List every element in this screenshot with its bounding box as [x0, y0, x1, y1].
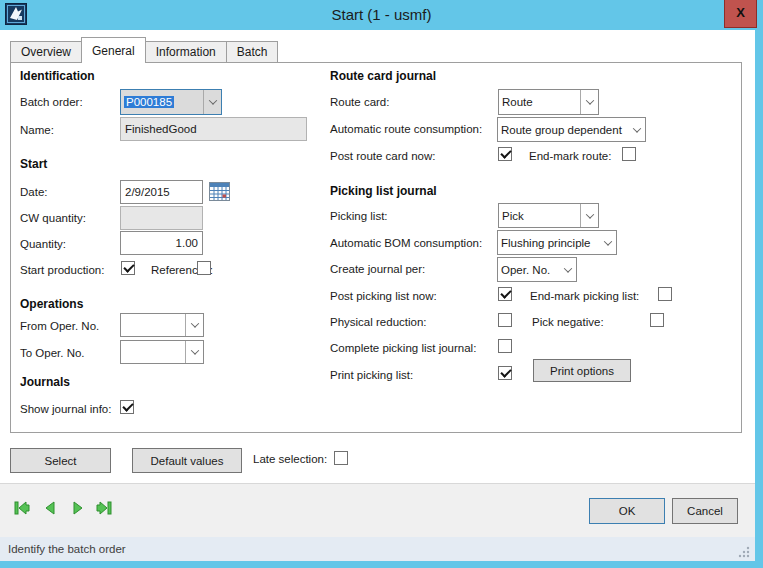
status-bar: Identify the batch order — [0, 537, 755, 561]
resize-grip[interactable] — [737, 545, 751, 559]
complete-picking-list-checkbox[interactable] — [498, 339, 512, 353]
post-picking-list-label: Post picking list now: — [330, 290, 437, 302]
picking-list-journal-header: Picking list journal — [330, 184, 437, 198]
auto-bom-consumption-label: Automatic BOM consumption: — [330, 237, 482, 249]
quantity-label: Quantity: — [20, 238, 66, 250]
chevron-down-icon — [628, 118, 645, 141]
references-checkbox[interactable] — [197, 261, 211, 275]
tab-information[interactable]: Information — [145, 41, 227, 63]
from-oper-label: From Oper. No. — [20, 320, 99, 332]
print-picking-list-label: Print picking list: — [330, 369, 413, 381]
chevron-down-icon — [186, 341, 203, 363]
pick-negative-label: Pick negative: — [532, 316, 604, 328]
arrow-previous-icon — [41, 499, 59, 517]
late-selection-label: Late selection: — [253, 453, 327, 465]
cw-quantity-label: CW quantity: — [20, 212, 86, 224]
batch-order-value: P000185 — [124, 96, 174, 108]
chevron-down-icon — [581, 204, 598, 227]
start-header: Start — [20, 157, 47, 171]
date-field[interactable]: 2/9/2015 — [120, 180, 203, 204]
operations-header: Operations — [20, 297, 83, 311]
chevron-down-icon — [559, 258, 576, 281]
default-values-button[interactable]: Default values — [132, 448, 242, 473]
auto-bom-consumption-value: Flushing principle — [498, 231, 599, 254]
calendar-icon[interactable] — [209, 181, 230, 202]
name-field: FinishedGood — [120, 117, 307, 141]
tab-general[interactable]: General — [81, 37, 146, 63]
start-dialog-window: Start (1 - usmf) X Overview General Info… — [0, 0, 763, 568]
close-button[interactable]: X — [724, 0, 757, 28]
date-value: 2/9/2015 — [125, 186, 170, 198]
tab-strip: Overview General Information Batch — [10, 37, 277, 63]
to-oper-value — [121, 341, 185, 363]
to-oper-combobox[interactable] — [120, 340, 204, 364]
tab-batch[interactable]: Batch — [226, 41, 279, 63]
route-card-label: Route card: — [330, 96, 389, 108]
select-button[interactable]: Select — [10, 448, 111, 473]
from-oper-value — [121, 314, 185, 336]
batch-order-label: Batch order: — [20, 96, 83, 108]
chevron-down-icon — [204, 90, 221, 114]
last-record-button[interactable] — [95, 499, 115, 517]
route-card-journal-header: Route card journal — [330, 69, 436, 83]
name-label: Name: — [20, 124, 54, 136]
window-frame-bottom — [0, 561, 763, 568]
end-mark-route-label: End-mark route: — [529, 150, 611, 162]
create-journal-per-label: Create journal per: — [330, 263, 425, 275]
route-card-combobox[interactable]: Route — [498, 89, 599, 115]
picking-list-label: Picking list: — [330, 210, 388, 222]
name-value: FinishedGood — [125, 123, 197, 135]
end-mark-route-checkbox[interactable] — [622, 147, 636, 161]
titlebar: Start (1 - usmf) — [0, 0, 763, 30]
quantity-value: 1.00 — [176, 237, 198, 249]
complete-picking-list-label: Complete picking list journal: — [330, 342, 476, 354]
route-card-value: Route — [499, 90, 580, 114]
pick-negative-checkbox[interactable] — [650, 313, 664, 327]
arrow-first-icon — [13, 499, 31, 517]
window-frame-right — [755, 0, 763, 568]
quantity-field[interactable]: 1.00 — [120, 231, 203, 255]
auto-route-consumption-combobox[interactable]: Route group dependent — [497, 117, 646, 142]
cancel-button[interactable]: Cancel — [672, 498, 738, 524]
next-record-button[interactable] — [69, 499, 89, 517]
status-text: Identify the batch order — [8, 543, 126, 555]
print-options-button[interactable]: Print options — [533, 359, 631, 382]
show-journal-info-label: Show journal info: — [20, 403, 111, 415]
auto-route-consumption-value: Route group dependent — [498, 118, 628, 141]
end-mark-picking-list-checkbox[interactable] — [658, 287, 672, 301]
identification-header: Identification — [20, 69, 95, 83]
show-journal-info-checkbox[interactable] — [120, 400, 134, 414]
to-oper-label: To Oper. No. — [20, 347, 85, 359]
arrow-next-icon — [69, 499, 87, 517]
tab-overview[interactable]: Overview — [10, 41, 82, 63]
arrow-last-icon — [95, 499, 113, 517]
post-picking-list-checkbox[interactable] — [498, 287, 512, 301]
print-picking-list-checkbox[interactable] — [498, 366, 512, 380]
picking-list-value: Pick — [499, 204, 580, 227]
first-record-button[interactable] — [13, 499, 33, 517]
ok-button[interactable]: OK — [589, 498, 665, 524]
start-production-checkbox[interactable] — [121, 261, 135, 275]
date-label: Date: — [20, 186, 48, 198]
late-selection-checkbox[interactable] — [334, 451, 348, 465]
chevron-down-icon — [186, 314, 203, 336]
from-oper-combobox[interactable] — [120, 313, 204, 337]
create-journal-per-value: Oper. No. — [498, 258, 559, 281]
post-route-card-checkbox[interactable] — [498, 147, 512, 161]
post-route-card-label: Post route card now: — [330, 150, 435, 162]
chevron-down-icon — [599, 231, 616, 254]
create-journal-per-combobox[interactable]: Oper. No. — [497, 257, 577, 282]
auto-route-consumption-label: Automatic route consumption: — [330, 123, 482, 135]
window-title: Start (1 - usmf) — [0, 0, 763, 30]
end-mark-picking-list-label: End-mark picking list: — [530, 290, 639, 302]
cw-quantity-field — [120, 206, 203, 230]
physical-reduction-label: Physical reduction: — [330, 316, 427, 328]
picking-list-combobox[interactable]: Pick — [498, 203, 599, 228]
journals-header: Journals — [20, 375, 70, 389]
auto-bom-consumption-combobox[interactable]: Flushing principle — [497, 230, 617, 255]
chevron-down-icon — [581, 90, 598, 114]
batch-order-combobox[interactable]: P000185 — [120, 89, 222, 115]
start-production-label: Start production: — [20, 264, 104, 276]
physical-reduction-checkbox[interactable] — [498, 313, 512, 327]
previous-record-button[interactable] — [41, 499, 61, 517]
